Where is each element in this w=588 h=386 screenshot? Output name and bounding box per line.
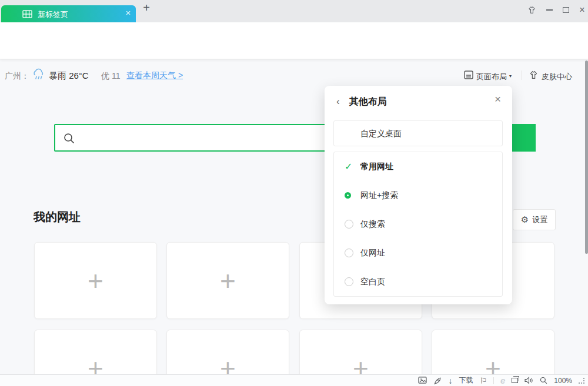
screenshot-image-icon[interactable]: [418, 377, 427, 384]
plus-icon: +: [220, 267, 236, 294]
weather-air-quality: 优 11: [101, 71, 120, 82]
plus-icon: +: [88, 267, 103, 294]
popup-title: 其他布局: [349, 96, 387, 108]
tab-new-page[interactable]: 新标签页 ×: [1, 5, 136, 22]
report-flag-icon[interactable]: ⚐: [479, 377, 487, 385]
tab-close-icon[interactable]: ×: [122, 8, 134, 18]
weather-city-label: 广州：: [5, 71, 29, 82]
site-card-add[interactable]: +: [34, 242, 157, 319]
browser-window: 新标签页 × + × ‹ › ↻ ⌂ + ▾ 点此搜索 ↺ ▾ ≡ ★ + 收藏…: [0, 0, 588, 386]
layout-options-list: ✓ 常用网址 网址+搜索 仅搜索 仅网址 空白页: [333, 152, 503, 297]
window-maximize-button[interactable]: [560, 5, 572, 15]
ie-mode-icon[interactable]: e: [500, 375, 505, 385]
window-close-button[interactable]: ×: [576, 5, 588, 15]
window-skin-icon[interactable]: [526, 5, 537, 15]
actions-divider: [522, 71, 522, 80]
window-minimize-button[interactable]: [543, 5, 555, 15]
booster-rocket-icon[interactable]: [433, 377, 442, 385]
weather-condition-temp: 暴雨 26°C: [49, 71, 89, 82]
scrollbar-thumb[interactable]: [585, 61, 588, 254]
layout-option-common-sites[interactable]: ✓ 常用网址: [334, 152, 502, 181]
site-card-add[interactable]: +: [166, 242, 289, 319]
new-tab-button[interactable]: +: [140, 1, 153, 15]
check-icon: ✓: [345, 161, 352, 172]
weather-rain-icon: [32, 68, 45, 80]
page-layout-caret-icon[interactable]: ▾: [509, 73, 512, 79]
weather-forecast-link[interactable]: 查看本周天气 >: [126, 71, 183, 81]
settings-label: 设置: [532, 214, 547, 225]
speaker-icon[interactable]: [524, 377, 533, 384]
layout-option-blank-page[interactable]: 空白页: [334, 267, 502, 296]
layout-option-search-only[interactable]: 仅搜索: [334, 210, 502, 239]
custom-desktop-label: 自定义桌面: [360, 121, 402, 146]
my-sites-title: 我的网址: [34, 209, 81, 225]
layout-option-sites-search[interactable]: 网址+搜索: [334, 181, 502, 210]
page-layout-button[interactable]: 页面布局: [476, 72, 507, 82]
tab-title: 新标签页: [38, 9, 68, 20]
grid-tab-icon: [22, 10, 32, 18]
bookmarks-bar: [0, 42, 588, 59]
restore-window-icon[interactable]: [512, 378, 518, 383]
radio-icon: [345, 249, 353, 257]
zoom-level[interactable]: 100%: [554, 377, 572, 385]
zoom-search-icon[interactable]: [540, 377, 547, 384]
resize-grip-icon[interactable]: [579, 378, 584, 384]
skin-center-icon[interactable]: [529, 71, 539, 79]
status-bar: ↓ 下载 ⚐ e 100%: [0, 374, 588, 386]
status-divider: [493, 377, 494, 384]
layout-option-sites-only[interactable]: 仅网址: [334, 239, 502, 267]
settings-button[interactable]: ⚙ 设置: [513, 209, 556, 230]
radio-icon: [345, 220, 353, 229]
download-label[interactable]: 下载: [459, 375, 473, 385]
download-arrow-icon[interactable]: ↓: [448, 377, 452, 385]
custom-desktop-option[interactable]: 自定义桌面: [333, 120, 503, 146]
radio-selected-icon: [345, 192, 351, 199]
toolbar: [0, 22, 588, 42]
radio-icon: [345, 277, 353, 286]
popup-close-icon[interactable]: ×: [495, 93, 501, 106]
popup-back-icon[interactable]: ‹: [336, 96, 340, 108]
page-layout-icon[interactable]: [464, 71, 473, 79]
tab-bar: 新标签页 × + ×: [0, 0, 588, 22]
gear-icon: ⚙: [521, 214, 529, 225]
skin-center-button[interactable]: 皮肤中心: [542, 72, 572, 82]
